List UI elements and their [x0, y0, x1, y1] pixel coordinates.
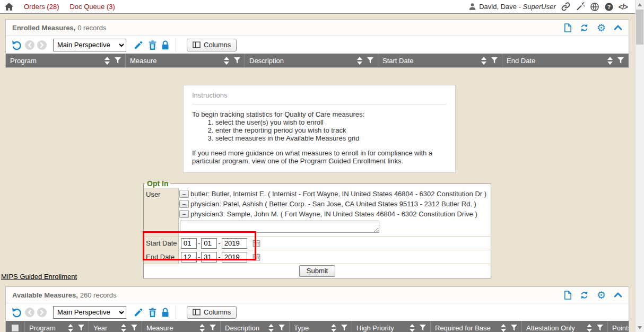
end-date-day-input[interactable]: [201, 252, 217, 263]
sort-icon[interactable]: [68, 324, 73, 332]
submit-button[interactable]: Submit: [299, 265, 335, 277]
collapse-icon[interactable]: [614, 24, 622, 31]
column-header-description[interactable]: Description: [245, 54, 378, 67]
column-header-required-for-base[interactable]: Required for Base: [431, 321, 522, 332]
globe-icon[interactable]: [590, 2, 599, 12]
columns-button[interactable]: Columns: [187, 306, 237, 319]
wand-icon[interactable]: [576, 2, 585, 11]
vertical-scrollbar[interactable]: [635, 0, 644, 332]
perspective-select[interactable]: Main Perspective: [53, 306, 126, 319]
new-document-icon[interactable]: [564, 23, 572, 32]
nav-orders[interactable]: Orders (28): [24, 3, 59, 11]
delete-perspective-icon[interactable]: [149, 40, 156, 50]
scroll-down-button[interactable]: [636, 323, 644, 332]
column-label: Description: [249, 57, 354, 65]
column-header-type[interactable]: Type: [290, 321, 352, 332]
end-date-month-input[interactable]: [181, 252, 197, 263]
filter-icon[interactable]: [78, 325, 84, 331]
sort-icon[interactable]: [121, 324, 126, 332]
filter-icon[interactable]: [210, 325, 216, 331]
filter-icon[interactable]: [131, 325, 137, 331]
filter-icon[interactable]: [511, 325, 517, 331]
remove-user-button[interactable]: –: [179, 200, 189, 208]
calendar-icon[interactable]: [253, 253, 260, 261]
column-header-end-date[interactable]: End Date: [502, 54, 629, 67]
sort-icon[interactable]: [224, 57, 229, 65]
column-header-year[interactable]: Year: [89, 321, 142, 332]
filter-icon[interactable]: [420, 325, 426, 331]
mips-guided-enrollment-link[interactable]: MIPS Guided Enrollment: [1, 273, 77, 281]
home-button[interactable]: [5, 3, 13, 11]
nav-orders-label: Orders: [24, 3, 45, 11]
filter-icon[interactable]: [367, 57, 373, 64]
edit-perspective-icon[interactable]: [134, 308, 143, 317]
date-separator: -: [218, 253, 220, 261]
sort-icon[interactable]: [481, 57, 486, 65]
collapse-icon[interactable]: [614, 292, 622, 298]
next-perspective-icon[interactable]: [37, 40, 47, 50]
sort-icon[interactable]: [331, 324, 336, 332]
column-header-description[interactable]: Description: [221, 321, 290, 332]
prev-perspective-icon[interactable]: [25, 40, 34, 50]
enrolled-panel-record-count: 0 records: [77, 24, 106, 32]
sort-icon[interactable]: [501, 324, 506, 332]
undo-icon[interactable]: [11, 307, 22, 318]
sort-icon[interactable]: [587, 324, 592, 332]
column-header-program[interactable]: Program: [25, 321, 89, 332]
filter-icon[interactable]: [234, 57, 240, 64]
user-menu[interactable]: David, Dave - SuperUser: [468, 3, 556, 11]
enrolled-toolbar: Main Perspective Columns: [6, 36, 629, 54]
sort-icon[interactable]: [607, 57, 613, 65]
perspective-select[interactable]: Main Perspective: [53, 39, 126, 51]
refresh-icon[interactable]: [580, 291, 589, 300]
sort-icon[interactable]: [199, 324, 205, 332]
gear-icon[interactable]: ⚙: [597, 23, 606, 32]
column-header-start-date[interactable]: Start Date: [378, 54, 502, 67]
start-date-day-input[interactable]: [201, 238, 217, 249]
next-perspective-icon[interactable]: [37, 308, 47, 317]
prev-perspective-icon[interactable]: [25, 308, 34, 317]
filter-icon[interactable]: [115, 57, 121, 64]
scroll-up-button[interactable]: [636, 0, 644, 9]
opt-in-fieldset: Opt In User – butler: Butler, Internist …: [143, 179, 491, 278]
column-header-program[interactable]: Program: [6, 54, 126, 67]
sort-icon[interactable]: [357, 57, 362, 65]
calendar-icon[interactable]: [253, 239, 260, 247]
scrollbar-thumb[interactable]: [636, 10, 643, 45]
refresh-icon[interactable]: [580, 23, 589, 32]
help-icon[interactable]: ?: [604, 2, 614, 12]
edit-perspective-icon[interactable]: [134, 40, 143, 50]
columns-icon: [193, 309, 201, 316]
start-date-year-input[interactable]: [222, 238, 247, 249]
new-document-icon[interactable]: [564, 291, 572, 300]
sort-icon[interactable]: [410, 324, 415, 332]
columns-button[interactable]: Columns: [187, 39, 237, 51]
column-header-high-priority[interactable]: High Priority: [352, 321, 431, 332]
delete-perspective-icon[interactable]: [149, 308, 156, 317]
filter-icon[interactable]: [597, 325, 603, 331]
column-header-measure[interactable]: Measure: [142, 321, 221, 332]
undo-icon[interactable]: [11, 40, 22, 50]
lock-icon[interactable]: [161, 40, 169, 50]
end-date-year-input[interactable]: [222, 252, 247, 263]
start-date-content: - -: [179, 237, 491, 250]
link-icon[interactable]: [561, 2, 571, 11]
code-icon[interactable]: </>: [619, 3, 628, 11]
remove-user-button[interactable]: –: [179, 190, 189, 198]
start-date-month-input[interactable]: [181, 238, 197, 249]
sort-icon[interactable]: [268, 324, 274, 332]
column-header-measure[interactable]: Measure: [126, 54, 245, 67]
filter-icon[interactable]: [491, 57, 498, 64]
gear-icon[interactable]: ⚙: [597, 291, 606, 300]
sort-icon[interactable]: [105, 57, 110, 65]
column-header-attestation-only[interactable]: Attestation Only: [522, 321, 608, 332]
filter-icon[interactable]: [617, 57, 624, 64]
remove-user-button[interactable]: –: [179, 210, 189, 218]
filter-icon[interactable]: [279, 325, 285, 331]
lock-icon[interactable]: [161, 308, 169, 317]
user-search-input[interactable]: [180, 221, 379, 233]
select-all-checkbox[interactable]: [12, 325, 19, 331]
nav-doc-queue[interactable]: Doc Queue (3): [69, 3, 115, 11]
filter-icon[interactable]: [341, 325, 347, 331]
column-header-points[interactable]: Points: [608, 321, 629, 332]
